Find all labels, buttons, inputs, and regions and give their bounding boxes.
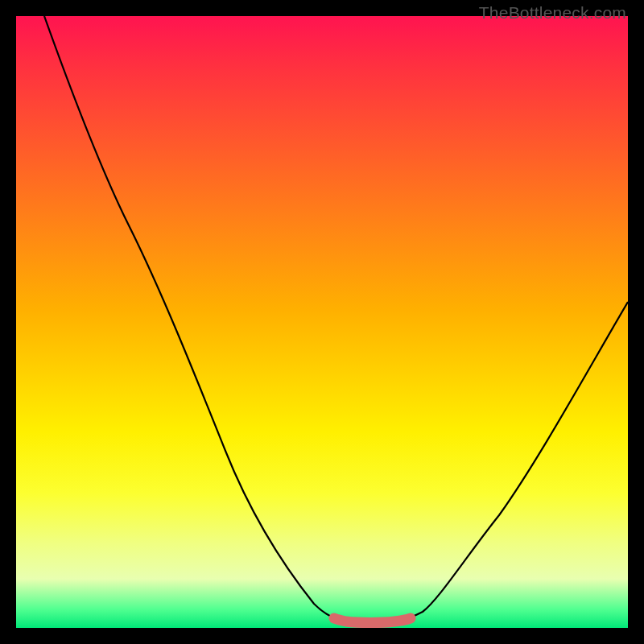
highlight-segment xyxy=(334,618,411,623)
chart-area xyxy=(16,16,628,628)
chart-svg xyxy=(16,16,628,628)
watermark-text: TheBottleneck.com xyxy=(479,3,626,23)
bottleneck-curve xyxy=(44,16,628,623)
